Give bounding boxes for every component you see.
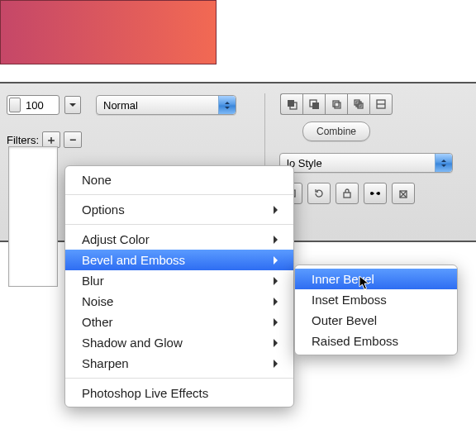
canvas-area	[0, 0, 476, 83]
properties-panel: 100 Normal Combine Filters: ＋ − lo Style	[0, 82, 476, 83]
gradient-rectangle-object[interactable]	[0, 0, 217, 64]
